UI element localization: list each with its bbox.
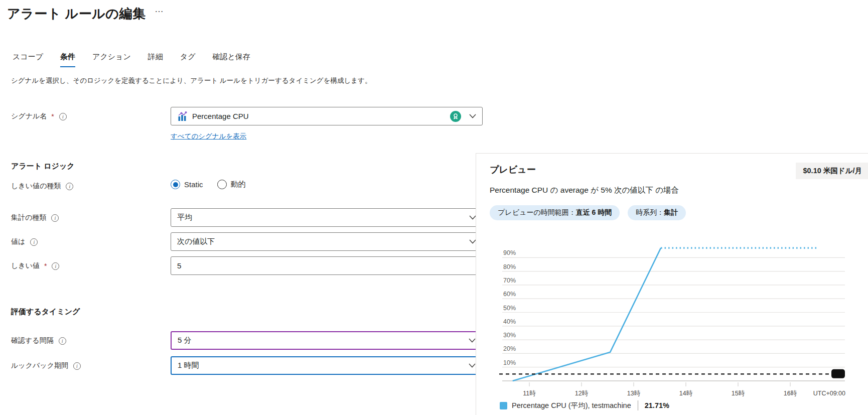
operator-value: 次の値以下	[177, 237, 469, 246]
operator-label: 値は i	[11, 237, 38, 246]
time-series-pill[interactable]: 時系列：集計	[628, 205, 686, 220]
title-ellipsis-icon[interactable]: …	[155, 4, 164, 15]
radio-dynamic-label: 動的	[231, 180, 246, 189]
radio-static-label: Static	[184, 180, 203, 189]
threshold-input[interactable]: 5	[171, 256, 483, 275]
lookback-label: ルックバック期間 i	[11, 361, 81, 370]
preview-panel: プレビュー $0.10 米国ドル/月 Percentage CPU の aver…	[476, 153, 868, 415]
threshold-unit: %	[171, 276, 483, 285]
tab-bar: スコープ 条件 アクション 詳細 タグ 確認と保存	[13, 52, 250, 67]
tab-details[interactable]: 詳細	[148, 52, 163, 67]
chart-legend[interactable]: Percentage CPU (平均), testmachine 21.71%	[500, 400, 669, 410]
y-axis-tick-label: 30%	[503, 332, 516, 339]
tab-condition[interactable]: 条件	[60, 52, 75, 67]
info-icon[interactable]: i	[51, 214, 59, 222]
evaluation-header: 評価するタイミング	[11, 307, 80, 317]
threshold-type-label-text: しきい値の種類	[11, 182, 61, 191]
threshold-drag-handle[interactable]	[831, 369, 845, 378]
pill-prefix: 時系列：	[636, 208, 664, 216]
frequency-label: 確認する間隔 i	[11, 336, 66, 345]
show-all-signals-link[interactable]: すべてのシグナルを表示	[171, 132, 246, 141]
info-icon[interactable]: i	[73, 362, 81, 370]
legend-color-swatch	[500, 402, 507, 409]
y-axis-tick-label: 50%	[503, 305, 516, 312]
aggregation-label: 集計の種類 i	[11, 213, 59, 222]
y-axis-tick-label: 10%	[503, 359, 516, 366]
lookback-value: 1 時間	[178, 361, 469, 370]
threshold-value: 5	[177, 261, 476, 270]
threshold-type-label: しきい値の種類 i	[11, 182, 73, 191]
signal-label: シグナル名* i	[11, 112, 67, 121]
x-axis-tick-label: 11時	[523, 390, 536, 397]
radio-selected-icon	[171, 180, 180, 189]
cost-badge: $0.10 米国ドル/月	[796, 163, 868, 179]
signal-label-text: シグナル名	[11, 112, 47, 121]
threshold-label: しきい値* i	[11, 261, 59, 270]
aggregation-value: 平均	[177, 213, 469, 222]
metric-chart-icon	[177, 111, 187, 121]
page-title: アラート ルールの編集	[7, 5, 146, 23]
timezone-label: UTC+09:00	[813, 390, 845, 397]
required-asterisk: *	[51, 112, 54, 120]
pill-value: 集計	[664, 208, 678, 216]
radio-unselected-icon	[217, 180, 227, 189]
x-axis-tick-label: 12時	[575, 390, 589, 397]
metric-line	[513, 248, 661, 381]
tab-scope[interactable]: スコープ	[13, 52, 43, 67]
frequency-label-text: 確認する間隔	[11, 336, 54, 345]
signal-badge-icon	[450, 111, 461, 122]
required-asterisk: *	[44, 262, 47, 270]
y-axis-tick-label: 90%	[503, 249, 516, 256]
operator-label-text: 値は	[11, 237, 25, 246]
tab-review-save[interactable]: 確認と保存	[213, 52, 250, 67]
aggregation-label-text: 集計の種類	[11, 213, 46, 222]
tab-actions[interactable]: アクション	[92, 52, 131, 67]
x-axis-tick-label: 15時	[732, 390, 745, 397]
aggregation-dropdown[interactable]: 平均	[171, 208, 483, 227]
time-range-pill[interactable]: プレビューの時間範囲：直近 6 時間	[490, 205, 620, 220]
info-icon[interactable]: i	[59, 337, 66, 345]
lookback-dropdown[interactable]: 1 時間	[171, 356, 483, 375]
info-icon[interactable]: i	[66, 183, 73, 190]
y-axis-tick-label: 70%	[503, 277, 516, 284]
info-icon[interactable]: i	[30, 238, 38, 246]
chevron-down-icon	[469, 114, 476, 118]
x-axis-tick-label: 13時	[627, 390, 641, 397]
frequency-value: 5 分	[178, 336, 469, 345]
legend-series-name: Percentage CPU (平均), testmachine	[512, 401, 631, 410]
legend-divider	[638, 400, 638, 410]
legend-current-value: 21.71%	[645, 401, 669, 409]
preview-pills: プレビューの時間範囲：直近 6 時間 時系列：集計	[490, 205, 686, 220]
tab-tags[interactable]: タグ	[180, 52, 196, 67]
preview-title: プレビュー	[490, 164, 536, 176]
alert-rule-edit-page: アラート ルールの編集 … スコープ 条件 アクション 詳細 タグ 確認と保存 …	[0, 0, 868, 415]
y-axis-tick-label: 60%	[503, 291, 516, 298]
x-axis-tick-label: 14時	[679, 390, 693, 397]
info-icon[interactable]: i	[52, 262, 59, 270]
radio-dynamic[interactable]: 動的	[217, 180, 246, 189]
chevron-down-icon	[469, 239, 476, 244]
frequency-dropdown[interactable]: 5 分	[171, 331, 483, 350]
chevron-down-icon	[469, 215, 476, 220]
info-icon[interactable]: i	[59, 113, 67, 120]
pill-prefix: プレビューの時間範囲：	[498, 208, 576, 216]
operator-dropdown[interactable]: 次の値以下	[171, 232, 483, 251]
condition-description: シグナルを選択し、そのロジックを定義することにより、アラート ルールをトリガーす…	[11, 76, 371, 85]
threshold-label-text: しきい値	[11, 261, 40, 270]
signal-value: Percentage CPU	[192, 112, 450, 120]
preview-chart: 10%20%30%40%50%60%70%80%90%11時12時13時14時1…	[485, 225, 856, 398]
x-axis-tick-label: 16時	[784, 390, 797, 397]
chevron-down-icon	[469, 363, 476, 368]
alert-logic-header: アラート ロジック	[11, 162, 75, 171]
y-axis-tick-label: 40%	[503, 318, 516, 325]
signal-combobox[interactable]: Percentage CPU	[171, 107, 483, 125]
lookback-label-text: ルックバック期間	[11, 361, 68, 370]
condition-summary: Percentage CPU の average が 5% 次の値以下 の場合	[490, 185, 679, 196]
y-axis-tick-label: 20%	[503, 345, 516, 352]
pill-value: 直近 6 時間	[576, 208, 612, 216]
y-axis-tick-label: 80%	[503, 263, 516, 270]
threshold-type-radios: Static 動的	[171, 180, 246, 189]
radio-static[interactable]: Static	[171, 180, 203, 189]
chevron-down-icon	[469, 338, 476, 343]
